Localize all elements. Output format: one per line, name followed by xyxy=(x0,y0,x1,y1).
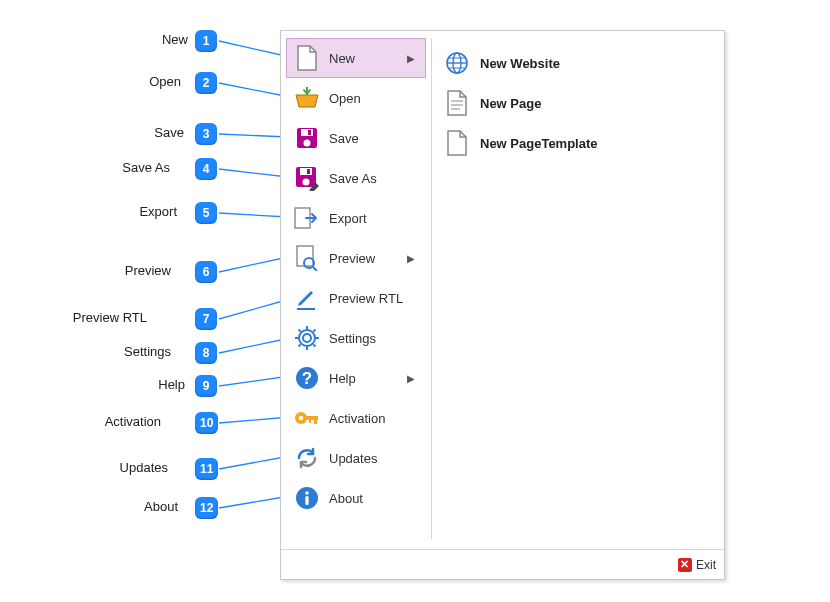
menu-item-preview[interactable]: Preview ▶ xyxy=(286,238,426,278)
svg-point-31 xyxy=(303,179,310,186)
menu-item-open[interactable]: Open xyxy=(286,78,426,118)
submenu-item-newwebsite[interactable]: New Website xyxy=(440,43,711,83)
menu-item-previewrtl[interactable]: Preview RTL xyxy=(286,278,426,318)
preview-icon xyxy=(293,244,321,272)
exit-button[interactable]: ✕ Exit xyxy=(678,558,716,572)
menu-item-about[interactable]: About xyxy=(286,478,426,518)
callout-badge-5: 5 xyxy=(195,202,217,224)
callout-label-8: Settings xyxy=(86,344,171,359)
export-icon xyxy=(293,204,321,232)
menu-item-saveas[interactable]: Save As xyxy=(286,158,426,198)
menu-item-new[interactable]: New ▶ xyxy=(286,38,426,78)
svg-line-10 xyxy=(219,257,288,272)
app-menu-window: New ▶ Open Save Save As Export Preview ▶… xyxy=(280,30,725,580)
svg-rect-25 xyxy=(301,129,313,136)
updates-icon xyxy=(293,444,321,472)
callout-label-1: New xyxy=(103,32,188,47)
file-icon xyxy=(444,130,470,156)
menu-item-settings[interactable]: Settings xyxy=(286,318,426,358)
menu-item-label: Open xyxy=(329,91,419,106)
svg-rect-56 xyxy=(305,496,308,505)
svg-rect-51 xyxy=(306,416,318,420)
callout-badge-9: 9 xyxy=(195,375,217,397)
menu-item-label: Activation xyxy=(329,411,419,426)
callout-label-11: Updates xyxy=(83,460,168,475)
submenu-panel: New Website New Page New PageTemplate xyxy=(431,38,711,539)
exit-label: Exit xyxy=(696,558,716,572)
callout-label-2: Open xyxy=(96,74,181,89)
submenu-arrow-icon: ▶ xyxy=(407,373,415,384)
info-icon xyxy=(293,484,321,512)
callout-label-9: Help xyxy=(100,377,185,392)
svg-point-50 xyxy=(299,416,303,420)
menu-item-label: Save As xyxy=(329,171,419,186)
svg-point-27 xyxy=(304,140,311,147)
menu-item-label: Help xyxy=(329,371,399,386)
menu-item-save[interactable]: Save xyxy=(286,118,426,158)
callout-label-5: Export xyxy=(92,204,177,219)
callout-badge-2: 2 xyxy=(195,72,217,94)
menu-item-label: Settings xyxy=(329,331,419,346)
window-footer: ✕ Exit xyxy=(281,549,724,579)
submenu-item-label: New Page xyxy=(480,96,541,111)
callout-label-7: Preview RTL xyxy=(62,310,147,325)
menu-item-label: Save xyxy=(329,131,419,146)
svg-line-8 xyxy=(219,213,288,217)
edit-icon xyxy=(293,284,321,312)
save-icon xyxy=(293,124,321,152)
help-icon: ? xyxy=(293,364,321,392)
callout-badge-4: 4 xyxy=(195,158,217,180)
callout-label-10: Activation xyxy=(76,414,161,429)
file-icon xyxy=(293,44,321,72)
menu-item-label: Preview RTL xyxy=(329,291,419,306)
menu-item-export[interactable]: Export xyxy=(286,198,426,238)
menu-item-help[interactable]: ? Help ▶ xyxy=(286,358,426,398)
submenu-arrow-icon: ▶ xyxy=(407,253,415,264)
svg-point-46 xyxy=(299,330,315,346)
svg-rect-52 xyxy=(314,420,317,424)
gear-icon xyxy=(293,324,321,352)
callout-badge-3: 3 xyxy=(195,123,217,145)
menu-item-label: New xyxy=(329,51,399,66)
svg-line-4 xyxy=(219,134,288,137)
callout-badge-10: 10 xyxy=(195,412,218,434)
close-icon: ✕ xyxy=(678,558,692,572)
svg-line-43 xyxy=(299,344,301,346)
menu-item-label: Export xyxy=(329,211,419,226)
svg-text:?: ? xyxy=(302,369,312,388)
callout-label-12: About xyxy=(93,499,178,514)
submenu-item-newpage[interactable]: New Page xyxy=(440,83,711,123)
submenu-item-label: New PageTemplate xyxy=(480,136,598,151)
menu-item-label: Preview xyxy=(329,251,399,266)
submenu-arrow-icon: ▶ xyxy=(407,53,415,64)
callout-badge-6: 6 xyxy=(195,261,217,283)
svg-point-55 xyxy=(305,491,309,495)
page-icon xyxy=(444,90,470,116)
callout-label-4: Save As xyxy=(85,160,170,175)
callout-label-3: Save xyxy=(99,125,184,140)
open-icon xyxy=(293,84,321,112)
callout-label-6: Preview xyxy=(86,263,171,278)
saveas-icon xyxy=(293,164,321,192)
svg-line-39 xyxy=(313,330,315,332)
menu-item-label: About xyxy=(329,491,419,506)
svg-line-45 xyxy=(299,330,301,332)
submenu-item-newtemplate[interactable]: New PageTemplate xyxy=(440,123,711,163)
svg-point-37 xyxy=(303,334,311,342)
menu-item-label: Updates xyxy=(329,451,419,466)
main-menu: New ▶ Open Save Save As Export Preview ▶… xyxy=(286,38,426,518)
svg-rect-53 xyxy=(309,420,311,423)
globe-icon xyxy=(444,50,470,76)
callout-badge-12: 12 xyxy=(195,497,218,519)
svg-line-41 xyxy=(313,344,315,346)
svg-line-6 xyxy=(219,169,288,177)
menu-item-activation[interactable]: Activation xyxy=(286,398,426,438)
callout-badge-8: 8 xyxy=(195,342,217,364)
svg-line-35 xyxy=(313,267,317,271)
callout-badge-1: 1 xyxy=(195,30,217,52)
svg-rect-30 xyxy=(307,169,310,174)
callout-badge-7: 7 xyxy=(195,308,217,330)
menu-item-updates[interactable]: Updates xyxy=(286,438,426,478)
svg-rect-29 xyxy=(300,168,312,175)
submenu-item-label: New Website xyxy=(480,56,560,71)
